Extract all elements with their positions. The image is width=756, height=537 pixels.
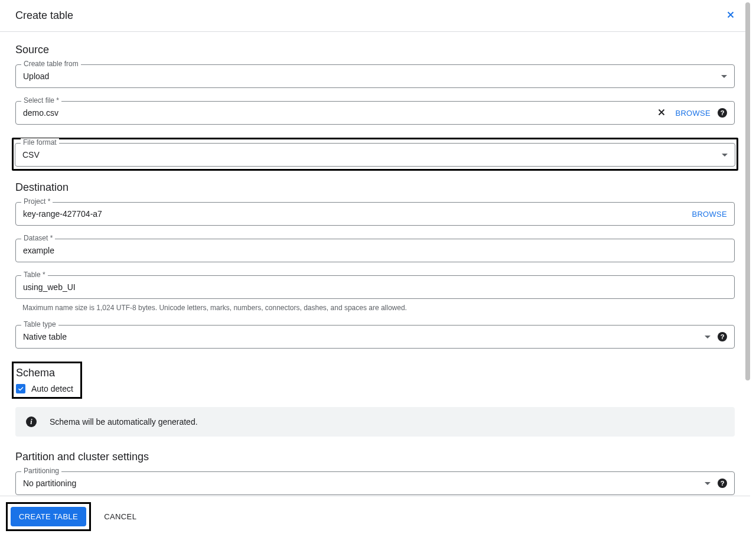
field-label: Table * [21,271,48,279]
table-helper-text: Maximum name size is 1,024 UTF-8 bytes. … [15,304,735,312]
auto-detect-label: Auto detect [31,384,73,393]
file-format-field: File format CSV [15,143,735,167]
field-label: Partitioning [21,467,61,475]
create-table-from-field: Create table from Upload [15,64,735,88]
destination-section-title: Destination [15,181,735,194]
field-label: Project * [21,197,53,206]
table-input-box [15,275,735,299]
project-input[interactable] [23,209,683,219]
field-label: Create table from [21,60,81,68]
info-icon: i [26,416,37,427]
create-table-highlight: CREATE TABLE [6,502,91,531]
select-value: No partitioning [23,479,700,488]
field-label: Table type [21,320,58,328]
chevron-down-icon [721,75,727,78]
help-icon[interactable]: ? [718,108,727,118]
select-file-input[interactable] [23,108,651,118]
auto-detect-checkbox[interactable] [16,384,25,393]
field-label: Dataset * [21,234,55,242]
create-table-button[interactable]: CREATE TABLE [11,507,86,526]
check-icon [17,385,24,392]
dialog-title: Create table [15,9,73,22]
help-icon[interactable]: ? [718,332,727,341]
schema-section-title: Schema [16,367,73,379]
dataset-input[interactable] [23,246,727,255]
select-file-field: Select file * BROWSE ? [15,101,735,125]
schema-info-banner: i Schema will be automatically generated… [15,407,735,437]
cancel-button[interactable]: CANCEL [104,512,136,521]
schema-highlight: Schema Auto detect [12,362,82,399]
partitioning-field: Partitioning No partitioning ? [15,471,735,495]
field-label: Select file * [21,96,61,105]
auto-detect-row: Auto detect [14,384,73,393]
dialog-header: Create table [0,0,750,32]
chevron-down-icon [722,154,728,157]
dialog-footer: CREATE TABLE CANCEL [0,496,750,537]
file-format-highlight: File format CSV [12,138,738,171]
help-icon[interactable]: ? [718,479,727,488]
chevron-down-icon [705,482,711,485]
dialog-content: Source Create table from Upload Select f… [0,32,750,507]
table-input[interactable] [23,282,727,292]
browse-file-button[interactable]: BROWSE [675,109,711,118]
create-table-from-select[interactable]: Upload [15,64,735,88]
partitioning-select[interactable]: No partitioning ? [15,471,735,495]
scrollbar[interactable] [745,2,750,380]
dataset-input-box [15,239,735,262]
info-text: Schema will be automatically generated. [50,417,198,427]
source-section-title: Source [15,44,735,56]
project-input-box: BROWSE [15,202,735,226]
select-value: Upload [23,71,716,81]
select-file-input-box: BROWSE ? [15,101,735,125]
project-field: Project * BROWSE [15,202,735,226]
select-value: Native table [23,332,700,341]
table-type-field: Table type Native table ? [15,325,735,349]
x-icon [656,107,667,118]
browse-project-button[interactable]: BROWSE [692,210,727,219]
table-type-select[interactable]: Native table ? [15,325,735,349]
chevron-down-icon [705,336,711,339]
clear-file-button[interactable] [656,107,667,119]
close-icon [725,13,736,22]
dataset-field: Dataset * [15,239,735,262]
file-format-select[interactable]: CSV [15,143,735,167]
table-field: Table * [15,275,735,299]
close-button[interactable] [723,7,738,24]
field-label: File format [21,138,59,147]
partition-section-title: Partition and cluster settings [15,451,735,463]
select-value: CSV [22,150,717,160]
